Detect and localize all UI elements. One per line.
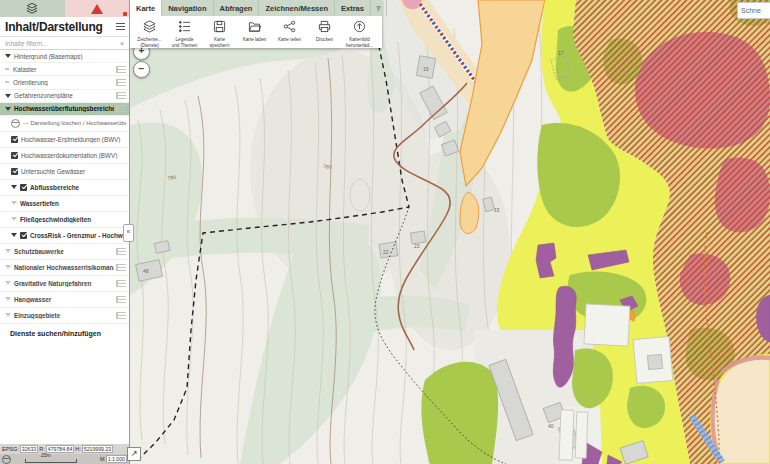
svg-text:15: 15 (494, 207, 500, 213)
layer-item-erstmeldungen[interactable]: Hochwasser-Erstmeldungen (BWV) (0, 132, 129, 148)
add-services-link[interactable]: Dienste suchen/hinzufügen (0, 324, 129, 344)
load-map-button[interactable]: Karte laden (237, 17, 272, 48)
quick-search-box[interactable]: Schne (737, 2, 770, 19)
sidebar-tab-alerts[interactable] (65, 0, 130, 17)
layers-icon (26, 0, 38, 18)
expand-arrow-icon[interactable] (11, 201, 17, 205)
checkbox-checked[interactable] (11, 136, 18, 143)
sidebar-collapse-handle[interactable]: « (123, 224, 134, 242)
share-map-button[interactable]: Karte teilen (272, 17, 307, 48)
filter-placeholder: Inhalte filtern... (5, 40, 48, 47)
expand-arrow-icon[interactable] (5, 265, 11, 269)
draw-order-button[interactable]: Zeichenre... (Dienste) (132, 17, 167, 48)
svg-text:17: 17 (558, 50, 564, 56)
layer-item-untersuchte-gewaesser[interactable]: Untersuchte Gewässer (0, 164, 129, 180)
layer-item-dokumentation[interactable]: Hochwasserdokumentation (BWV) (0, 148, 129, 164)
collapse-arrow-icon[interactable] (5, 107, 11, 111)
filter-clear-icon[interactable]: × (120, 40, 124, 47)
legend-button[interactable]: Legende und Themen (167, 17, 202, 48)
layer-item-orientierung[interactable]: Orientierung (0, 76, 129, 89)
layer-item-gravitative-naturgefahren[interactable]: Gravitative Naturgefahren (0, 276, 129, 292)
map-scale: M 1:1.000 (100, 455, 127, 463)
scale-bar-label: 25m (41, 452, 51, 458)
layer-item-crossrisk[interactable]: CrossRisk - Grenzmur - Hochwass... (0, 228, 129, 244)
legend-list-icon[interactable] (116, 79, 126, 86)
layer-item-hangwasser[interactable]: Hangwasser (0, 292, 129, 308)
legend-list-icon[interactable] (116, 66, 126, 73)
checkbox-checked[interactable] (11, 152, 18, 159)
globe-icon[interactable] (2, 455, 11, 464)
tab-abfragen[interactable]: Abfragen (214, 0, 260, 16)
legend-list-icon[interactable] (116, 248, 126, 255)
epsg-input[interactable]: 32633 (20, 445, 38, 453)
collapse-arrow-icon[interactable] (5, 54, 11, 58)
sidebar: Inhalt/Darstellung Inhalte filtern... × … (0, 0, 130, 464)
tab-karte[interactable]: Karte (130, 0, 162, 16)
legend-list-icon[interactable] (116, 280, 126, 287)
legend-list-icon[interactable] (116, 264, 126, 271)
sidebar-tabs (0, 0, 129, 17)
expand-arrow-icon[interactable] (5, 313, 11, 317)
menubar: Karte Navigation Abfragen Zeichnen/Messe… (130, 0, 382, 16)
epsg-label: EPSG: (2, 446, 19, 452)
layer-item-hintergrund[interactable]: Hintergrund (Basemaps) (0, 50, 129, 63)
layer-item-kataster[interactable]: Kataster (0, 63, 129, 76)
legend-list-icon[interactable] (116, 92, 126, 99)
expand-arrow-icon[interactable] (5, 297, 11, 301)
map-canvas[interactable]: 48 22 23 19 15 40 17 780 780 (130, 0, 770, 464)
layer-item-fliessgeschwindigkeiten[interactable]: Fließgeschwindigkeiten (0, 212, 129, 228)
layer-item-nationaler-hochwasserrisiko[interactable]: Nationaler Hochwasserrisikomana... (0, 260, 129, 276)
layer-item-einzugsgebiete[interactable]: Einzugsgebiete (0, 308, 129, 324)
layer-item-schutzbauwerke[interactable]: Schutzbauwerke (0, 244, 129, 260)
panel-menu-icon[interactable] (116, 23, 125, 30)
layer-item-wassertiefen[interactable]: Wassertiefen (0, 196, 129, 212)
legend-list-icon[interactable] (116, 312, 126, 319)
download-map-image-button[interactable]: Kartenbild herunterlad... (342, 17, 377, 48)
save-icon (213, 19, 226, 37)
legend-icon (178, 19, 191, 37)
map-viewport[interactable]: 48 22 23 19 15 40 17 780 780 Karte Navig… (130, 0, 770, 464)
legend-list-icon[interactable] (116, 296, 126, 303)
save-map-button[interactable]: Karte speichern (202, 17, 237, 48)
service-globe-icon (11, 119, 20, 128)
layer-tree: Hintergrund (Basemaps) Kataster Orientie… (0, 50, 129, 344)
checkbox-checked[interactable] (20, 184, 27, 191)
svg-text:48: 48 (143, 268, 149, 274)
tab-help[interactable]: ? (371, 0, 387, 16)
zoom-out-button[interactable]: − (133, 61, 150, 78)
detach-button[interactable]: ↗ (127, 447, 141, 461)
h-coordinate-input[interactable]: 5219999.23 (82, 445, 113, 453)
scale-prefix: M (100, 456, 105, 462)
expand-arrow-icon[interactable] (11, 217, 17, 221)
tab-navigation[interactable]: Navigation (162, 0, 213, 16)
node-marker-icon (5, 68, 9, 70)
layer-item-darstellung-loeschen[interactable]: --- Darstellung löschen / Hochwasserübe.… (0, 116, 129, 132)
download-icon (353, 19, 366, 37)
expand-arrow-icon[interactable] (5, 249, 11, 253)
tab-zeichnen-messen[interactable]: Zeichnen/Messen (259, 0, 335, 16)
expand-arrow-icon[interactable] (5, 281, 11, 285)
statusbar: EPSG: 32633 R: 479784.84 H: 5219999.23 2… (0, 444, 129, 464)
svg-text:23: 23 (414, 243, 420, 249)
svg-text:40: 40 (548, 423, 554, 429)
print-button[interactable]: Drucken (307, 17, 342, 48)
checkbox-checked[interactable] (20, 232, 27, 239)
layer-item-gefahrenzonenplaene[interactable]: Gefahrenzonenpläne (0, 90, 129, 103)
legend-list-icon[interactable] (116, 105, 126, 112)
folder-icon (248, 19, 261, 37)
scale-input[interactable]: 1:1.000 (106, 455, 127, 463)
alert-badge (123, 12, 127, 16)
sidebar-tab-content[interactable] (0, 0, 65, 17)
share-icon (283, 19, 296, 37)
tab-extras[interactable]: Extras (335, 0, 371, 16)
collapse-arrow-icon[interactable] (11, 233, 17, 237)
collapse-arrow-icon[interactable] (5, 94, 11, 98)
layer-item-abflussbereiche[interactable]: Abflussbereiche (0, 180, 129, 196)
checkbox-checked[interactable] (11, 168, 18, 175)
filter-input[interactable]: Inhalte filtern... × (0, 37, 129, 50)
layer-item-hochwasserueberflutungsbereiche[interactable]: Hochwasserüberflutungsbereiche (0, 103, 129, 116)
node-marker-icon (5, 81, 9, 83)
svg-text:19: 19 (423, 66, 429, 72)
collapse-arrow-icon[interactable] (11, 185, 17, 189)
scale-bar: 25m (25, 456, 77, 463)
